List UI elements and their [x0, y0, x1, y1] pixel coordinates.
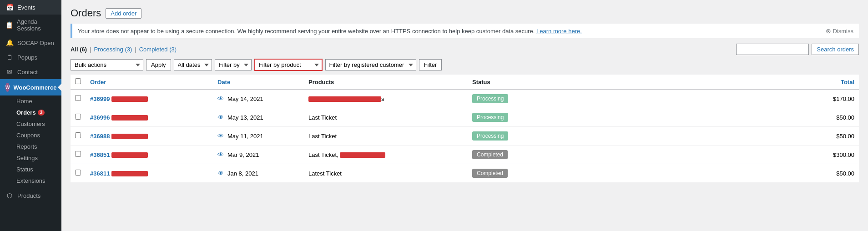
sidebar-submenu-home[interactable]: Home: [0, 95, 61, 107]
sub-menu-label: Home: [16, 98, 32, 105]
sidebar-item-woocommerce[interactable]: W WooCommerce: [0, 79, 61, 95]
order-redacted: [111, 171, 148, 176]
dismiss-button[interactable]: ⊗ Dismiss: [826, 27, 854, 35]
view-icon[interactable]: 👁: [217, 170, 224, 177]
order-link[interactable]: #36996: [90, 114, 110, 121]
filter-tab-all[interactable]: All (6): [71, 46, 87, 53]
sub-menu-label: Coupons: [16, 132, 40, 139]
sidebar-item-agenda-sessions[interactable]: 📋 Agenda Sessions: [0, 15, 61, 35]
sidebar-submenu-customers[interactable]: Customers: [0, 118, 61, 130]
status-badge: Completed: [472, 169, 508, 178]
events-icon: 📅: [5, 4, 14, 11]
sub-menu-label: Status: [16, 166, 33, 173]
search-orders-button[interactable]: Search orders: [812, 44, 859, 55]
sub-menu-label: Settings: [16, 155, 38, 161]
main-content: Orders Add order Your store does not app…: [61, 0, 868, 231]
sub-menu-label: Orders: [16, 109, 36, 116]
sidebar-submenu-coupons[interactable]: Coupons: [0, 130, 61, 141]
filter-button[interactable]: Filter: [419, 59, 442, 70]
view-icon[interactable]: 👁: [217, 151, 224, 158]
add-order-button[interactable]: Add order: [106, 8, 141, 19]
content-area: Orders Add order Your store does not app…: [61, 0, 868, 231]
product-redacted: [308, 96, 381, 102]
order-date: Jan 8, 2021: [227, 170, 258, 177]
sidebar-item-label: Products: [17, 192, 40, 199]
product-text: Last Ticket: [308, 133, 337, 140]
row-checkbox[interactable]: [75, 114, 81, 120]
order-link[interactable]: #36811: [90, 170, 110, 177]
sidebar-submenu-status[interactable]: Status: [0, 164, 61, 175]
header-total[interactable]: Total: [540, 75, 859, 90]
table-row: #36996 👁May 13, 2021Last Ticket Processi…: [71, 108, 859, 127]
sidebar-item-label: Contact: [17, 69, 38, 75]
order-total: $50.00: [540, 127, 859, 146]
filter-by-product-dropdown[interactable]: Filter by product: [254, 59, 323, 71]
order-total: $300.00: [540, 146, 859, 164]
header-products: Products: [304, 75, 468, 90]
order-redacted: [111, 152, 148, 158]
notice-bar: Your store does not appear to be using a…: [71, 24, 859, 38]
sidebar-submenu-extensions[interactable]: Extensions: [0, 175, 61, 186]
order-date: May 11, 2021: [227, 133, 263, 140]
row-checkbox[interactable]: [75, 95, 81, 101]
product-redacted: [340, 152, 385, 158]
sub-menu-label: Reports: [16, 143, 37, 150]
table-row: #36851 👁Mar 9, 2021Last Ticket, Complete…: [71, 146, 859, 164]
sidebar-submenu-orders[interactable]: Orders 3: [0, 107, 61, 118]
row-checkbox[interactable]: [75, 151, 81, 157]
sidebar-item-socap-open[interactable]: 🔔 SOCAP Open: [0, 35, 61, 50]
order-link[interactable]: #36851: [90, 151, 110, 158]
order-link[interactable]: #36999: [90, 95, 110, 102]
filter-tab-processing[interactable]: Processing (3): [94, 46, 132, 53]
order-link[interactable]: #36988: [90, 133, 110, 140]
filter-by-customer-dropdown[interactable]: Filter by registered customer: [325, 59, 416, 70]
header-date[interactable]: Date: [213, 75, 304, 90]
order-date: May 13, 2021: [227, 114, 263, 121]
view-icon[interactable]: 👁: [217, 114, 224, 121]
bulk-actions-row: Bulk actions Apply All dates Filter by F…: [71, 59, 859, 71]
order-total: $50.00: [540, 164, 859, 183]
filters-row: All (6) | Processing (3) | Completed (3)…: [71, 44, 859, 55]
apply-button[interactable]: Apply: [146, 59, 171, 70]
woocommerce-label: WooCommerce: [13, 84, 56, 91]
dismiss-label: Dismiss: [833, 28, 854, 35]
woo-arrow: [58, 84, 61, 91]
all-dates-dropdown[interactable]: All dates: [174, 59, 212, 70]
row-checkbox[interactable]: [75, 132, 81, 138]
row-checkbox[interactable]: [75, 170, 81, 176]
popups-icon: 🗒: [5, 54, 14, 61]
product-text: Last Ticket: [308, 114, 337, 121]
sidebar-submenu-reports[interactable]: Reports: [0, 141, 61, 152]
socap-icon: 🔔: [5, 39, 14, 46]
notice-message: Your store does not appear to be using a…: [78, 28, 535, 35]
orders-badge: 3: [38, 110, 45, 116]
header-checkbox-col: [71, 75, 86, 90]
notice-link[interactable]: Learn more here.: [536, 28, 582, 35]
sidebar-item-events[interactable]: 📅 Events: [0, 0, 61, 15]
view-icon[interactable]: 👁: [217, 95, 224, 102]
order-date: Mar 9, 2021: [227, 151, 259, 158]
order-date: May 14, 2021: [227, 95, 263, 102]
filter-tab-completed[interactable]: Completed (3): [139, 46, 177, 53]
sidebar-item-popups[interactable]: 🗒 Popups: [0, 50, 61, 65]
view-icon[interactable]: 👁: [217, 132, 224, 140]
filter-by-dropdown[interactable]: Filter by: [215, 59, 252, 70]
search-orders-input[interactable]: [736, 44, 809, 55]
status-badge: Processing: [472, 131, 508, 141]
status-badge: Completed: [472, 150, 508, 159]
page-title-row: Orders Add order: [71, 7, 859, 19]
sidebar-item-contact[interactable]: ✉ Contact: [0, 65, 61, 79]
product-text: Latest Ticket: [308, 170, 342, 177]
sidebar-submenu-settings[interactable]: Settings: [0, 152, 61, 164]
table-row: #36988 👁May 11, 2021Last Ticket Processi…: [71, 127, 859, 146]
sidebar-item-products[interactable]: ⬡ Products: [0, 188, 61, 203]
dismiss-icon: ⊗: [826, 27, 831, 35]
select-all-checkbox[interactable]: [75, 78, 81, 84]
order-redacted: [111, 96, 148, 102]
search-orders-row: Search orders: [736, 44, 859, 55]
bulk-actions-dropdown[interactable]: Bulk actions: [71, 59, 143, 70]
orders-table: Order Date Products Status Total #36999 …: [71, 75, 859, 182]
header-order[interactable]: Order: [86, 75, 213, 90]
order-redacted: [111, 115, 148, 121]
products-icon: ⬡: [5, 192, 14, 199]
